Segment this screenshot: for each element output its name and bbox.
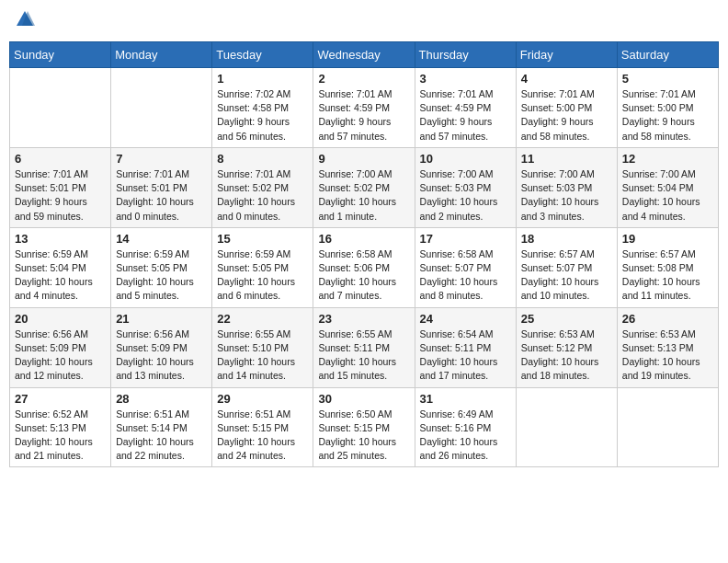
calendar-cell: 3Sunrise: 7:01 AM Sunset: 4:59 PM Daylig… xyxy=(415,68,516,148)
calendar-cell xyxy=(516,387,617,467)
calendar-cell: 15Sunrise: 6:59 AM Sunset: 5:05 PM Dayli… xyxy=(212,227,313,307)
day-info: Sunrise: 7:01 AM Sunset: 4:59 PM Dayligh… xyxy=(420,87,511,144)
day-number: 30 xyxy=(318,392,409,406)
day-number: 2 xyxy=(318,72,409,86)
day-info: Sunrise: 7:01 AM Sunset: 5:00 PM Dayligh… xyxy=(521,87,612,144)
day-number: 16 xyxy=(318,232,409,246)
day-info: Sunrise: 6:56 AM Sunset: 5:09 PM Dayligh… xyxy=(15,327,106,384)
day-number: 17 xyxy=(420,232,511,246)
day-number: 12 xyxy=(622,152,713,166)
calendar-cell: 19Sunrise: 6:57 AM Sunset: 5:08 PM Dayli… xyxy=(617,227,718,307)
day-info: Sunrise: 6:57 AM Sunset: 5:08 PM Dayligh… xyxy=(622,247,713,304)
day-number: 25 xyxy=(521,312,612,326)
week-row-4: 20Sunrise: 6:56 AM Sunset: 5:09 PM Dayli… xyxy=(10,307,719,387)
day-info: Sunrise: 7:01 AM Sunset: 5:01 PM Dayligh… xyxy=(116,167,207,224)
day-info: Sunrise: 6:52 AM Sunset: 5:13 PM Dayligh… xyxy=(15,408,106,464)
logo-icon xyxy=(15,9,35,29)
weekday-header-thursday: Thursday xyxy=(415,42,516,68)
day-info: Sunrise: 7:02 AM Sunset: 4:58 PM Dayligh… xyxy=(217,87,308,144)
day-number: 10 xyxy=(420,152,511,166)
calendar-cell: 4Sunrise: 7:01 AM Sunset: 5:00 PM Daylig… xyxy=(516,68,617,148)
calendar-cell: 27Sunrise: 6:52 AM Sunset: 5:13 PM Dayli… xyxy=(10,387,111,467)
day-number: 28 xyxy=(116,392,207,406)
day-number: 14 xyxy=(116,232,207,246)
day-number: 1 xyxy=(217,72,308,86)
weekday-header-row: SundayMondayTuesdayWednesdayThursdayFrid… xyxy=(10,42,719,68)
calendar-cell: 5Sunrise: 7:01 AM Sunset: 5:00 PM Daylig… xyxy=(617,68,718,148)
weekday-header-saturday: Saturday xyxy=(617,42,718,68)
calendar-table: SundayMondayTuesdayWednesdayThursdayFrid… xyxy=(9,41,719,467)
day-number: 15 xyxy=(217,232,308,246)
logo xyxy=(13,9,35,34)
day-info: Sunrise: 7:01 AM Sunset: 5:01 PM Dayligh… xyxy=(15,167,106,224)
day-info: Sunrise: 6:53 AM Sunset: 5:13 PM Dayligh… xyxy=(622,327,713,384)
day-number: 23 xyxy=(318,312,409,326)
day-info: Sunrise: 6:58 AM Sunset: 5:06 PM Dayligh… xyxy=(318,247,409,304)
calendar-cell: 1Sunrise: 7:02 AM Sunset: 4:58 PM Daylig… xyxy=(212,68,313,148)
day-number: 31 xyxy=(420,392,511,406)
day-info: Sunrise: 6:55 AM Sunset: 5:11 PM Dayligh… xyxy=(318,327,409,384)
weekday-header-friday: Friday xyxy=(516,42,617,68)
day-number: 8 xyxy=(217,152,308,166)
day-info: Sunrise: 6:59 AM Sunset: 5:05 PM Dayligh… xyxy=(116,247,207,304)
calendar-cell: 17Sunrise: 6:58 AM Sunset: 5:07 PM Dayli… xyxy=(415,227,516,307)
day-info: Sunrise: 6:56 AM Sunset: 5:09 PM Dayligh… xyxy=(116,327,207,384)
calendar-cell: 22Sunrise: 6:55 AM Sunset: 5:10 PM Dayli… xyxy=(212,307,313,387)
calendar-body: 1Sunrise: 7:02 AM Sunset: 4:58 PM Daylig… xyxy=(10,68,719,467)
calendar-cell xyxy=(111,68,212,148)
day-number: 9 xyxy=(318,152,409,166)
logo-text xyxy=(13,9,35,34)
weekday-header-tuesday: Tuesday xyxy=(212,42,313,68)
day-info: Sunrise: 6:51 AM Sunset: 5:15 PM Dayligh… xyxy=(217,408,308,464)
day-info: Sunrise: 7:01 AM Sunset: 5:02 PM Dayligh… xyxy=(217,167,308,224)
calendar-cell: 24Sunrise: 6:54 AM Sunset: 5:11 PM Dayli… xyxy=(415,307,516,387)
day-info: Sunrise: 7:01 AM Sunset: 4:59 PM Dayligh… xyxy=(318,87,409,144)
day-number: 24 xyxy=(420,312,511,326)
day-number: 13 xyxy=(15,232,106,246)
day-number: 11 xyxy=(521,152,612,166)
day-number: 7 xyxy=(116,152,207,166)
calendar-cell: 11Sunrise: 7:00 AM Sunset: 5:03 PM Dayli… xyxy=(516,147,617,227)
calendar-cell: 23Sunrise: 6:55 AM Sunset: 5:11 PM Dayli… xyxy=(313,307,415,387)
day-number: 19 xyxy=(622,232,713,246)
day-number: 3 xyxy=(420,72,511,86)
day-info: Sunrise: 6:49 AM Sunset: 5:16 PM Dayligh… xyxy=(420,408,511,464)
week-row-3: 13Sunrise: 6:59 AM Sunset: 5:04 PM Dayli… xyxy=(10,227,719,307)
day-number: 18 xyxy=(521,232,612,246)
day-info: Sunrise: 6:51 AM Sunset: 5:14 PM Dayligh… xyxy=(116,408,207,464)
week-row-2: 6Sunrise: 7:01 AM Sunset: 5:01 PM Daylig… xyxy=(10,147,719,227)
day-number: 22 xyxy=(217,312,308,326)
weekday-header-sunday: Sunday xyxy=(10,42,111,68)
day-info: Sunrise: 6:58 AM Sunset: 5:07 PM Dayligh… xyxy=(420,247,511,304)
day-info: Sunrise: 7:00 AM Sunset: 5:02 PM Dayligh… xyxy=(318,167,409,224)
calendar-cell: 8Sunrise: 7:01 AM Sunset: 5:02 PM Daylig… xyxy=(212,147,313,227)
day-info: Sunrise: 7:00 AM Sunset: 5:03 PM Dayligh… xyxy=(521,167,612,224)
calendar-cell: 6Sunrise: 7:01 AM Sunset: 5:01 PM Daylig… xyxy=(10,147,111,227)
day-number: 5 xyxy=(622,72,713,86)
day-info: Sunrise: 6:55 AM Sunset: 5:10 PM Dayligh… xyxy=(217,327,308,384)
week-row-5: 27Sunrise: 6:52 AM Sunset: 5:13 PM Dayli… xyxy=(10,387,719,467)
calendar-cell: 20Sunrise: 6:56 AM Sunset: 5:09 PM Dayli… xyxy=(10,307,111,387)
calendar-cell: 7Sunrise: 7:01 AM Sunset: 5:01 PM Daylig… xyxy=(111,147,212,227)
day-number: 26 xyxy=(622,312,713,326)
weekday-header-monday: Monday xyxy=(111,42,212,68)
day-info: Sunrise: 6:54 AM Sunset: 5:11 PM Dayligh… xyxy=(420,327,511,384)
day-number: 6 xyxy=(15,152,106,166)
page-header xyxy=(9,9,719,34)
calendar-cell: 31Sunrise: 6:49 AM Sunset: 5:16 PM Dayli… xyxy=(415,387,516,467)
day-number: 21 xyxy=(116,312,207,326)
calendar-cell: 25Sunrise: 6:53 AM Sunset: 5:12 PM Dayli… xyxy=(516,307,617,387)
calendar-cell: 26Sunrise: 6:53 AM Sunset: 5:13 PM Dayli… xyxy=(617,307,718,387)
calendar-cell: 9Sunrise: 7:00 AM Sunset: 5:02 PM Daylig… xyxy=(313,147,415,227)
calendar-cell xyxy=(617,387,718,467)
calendar-cell: 12Sunrise: 7:00 AM Sunset: 5:04 PM Dayli… xyxy=(617,147,718,227)
day-info: Sunrise: 7:01 AM Sunset: 5:00 PM Dayligh… xyxy=(622,87,713,144)
day-number: 29 xyxy=(217,392,308,406)
calendar-cell: 21Sunrise: 6:56 AM Sunset: 5:09 PM Dayli… xyxy=(111,307,212,387)
day-info: Sunrise: 7:00 AM Sunset: 5:04 PM Dayligh… xyxy=(622,167,713,224)
calendar-cell: 29Sunrise: 6:51 AM Sunset: 5:15 PM Dayli… xyxy=(212,387,313,467)
weekday-header-wednesday: Wednesday xyxy=(313,42,415,68)
calendar-cell: 14Sunrise: 6:59 AM Sunset: 5:05 PM Dayli… xyxy=(111,227,212,307)
day-info: Sunrise: 6:50 AM Sunset: 5:15 PM Dayligh… xyxy=(318,408,409,464)
calendar-cell: 13Sunrise: 6:59 AM Sunset: 5:04 PM Dayli… xyxy=(10,227,111,307)
